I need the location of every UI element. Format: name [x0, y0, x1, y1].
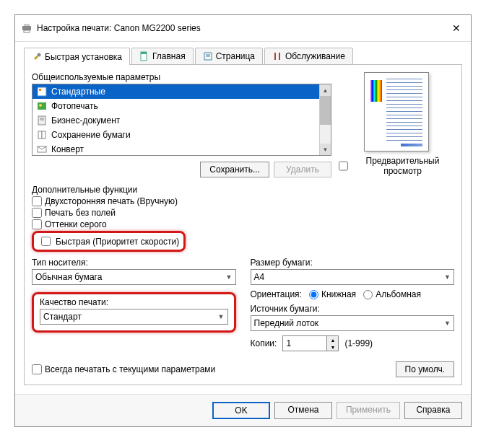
paper-size-label: Размер бумаги: [251, 258, 455, 268]
dialog-button-bar: OK Отмена Применить Справка [15, 394, 471, 426]
tab-quick-setup[interactable]: Быстрая установка [24, 48, 130, 65]
page-preview [364, 72, 429, 151]
ok-button[interactable]: OK [212, 402, 270, 419]
preview-rainbow [370, 80, 382, 102]
tab-maintenance[interactable]: Обслуживание [264, 48, 353, 65]
orientation-label: Ориентация: [251, 289, 302, 299]
fast-highlight: Быстрая (Приоритет скорости) [32, 231, 186, 252]
chevron-down-icon: ▼ [444, 273, 451, 281]
quality-highlight: Качество печати: Стандарт ▼ [32, 292, 236, 333]
wrench-icon [32, 52, 42, 62]
delete-preset-button: Удалить [274, 162, 331, 177]
duplex-label: Двухсторонняя печать (Вручную) [45, 196, 178, 206]
tab-label: Главная [152, 51, 186, 61]
copies-range: (1-999) [344, 338, 373, 348]
svg-rect-11 [38, 87, 46, 96]
tab-strip: Быстрая установка Главная Страница Обслу… [24, 48, 462, 65]
portrait-radio[interactable] [309, 290, 318, 299]
borderless-checkbox[interactable] [32, 208, 42, 218]
envelope-icon [37, 144, 47, 154]
save-paper-icon [37, 130, 47, 140]
scroll-down-button[interactable]: ▼ [320, 144, 331, 155]
always-label: Всегда печатать с текущими параметрами [45, 364, 215, 374]
page-icon [203, 51, 213, 61]
svg-rect-18 [38, 131, 42, 139]
window-title: Настройка печати: Canon MG2200 series [37, 23, 448, 33]
grayscale-row[interactable]: Оттенки серого [32, 219, 454, 229]
save-preset-button[interactable]: Сохранить... [200, 162, 269, 177]
defaults-button[interactable]: По умолч. [396, 361, 454, 377]
fast-checkbox[interactable] [41, 237, 51, 246]
printer-icon [21, 22, 32, 34]
svg-rect-15 [38, 116, 45, 125]
extras-label: Дополнительные функции [32, 185, 454, 195]
list-item[interactable]: Бизнес-документ [32, 113, 319, 128]
svg-rect-1 [24, 24, 30, 26]
tab-panel: Общеиспользуемые параметры Стандартные Ф… [24, 65, 462, 385]
svg-rect-0 [22, 26, 31, 30]
preview-bar [401, 144, 422, 146]
landscape-radio[interactable] [363, 290, 373, 299]
help-button[interactable]: Справка [404, 402, 462, 419]
preview-lines [386, 79, 422, 141]
source-select[interactable]: Передний лоток ▼ [251, 315, 455, 331]
quality-select[interactable]: Стандарт ▼ [40, 309, 228, 325]
scroll-up-button[interactable]: ▲ [320, 84, 331, 96]
tab-label: Быстрая установка [45, 52, 122, 62]
tab-page[interactable]: Страница [195, 48, 263, 65]
svg-point-3 [38, 53, 41, 56]
portrait-radio-row[interactable]: Книжная [309, 289, 356, 299]
paper-size-select[interactable]: A4 ▼ [251, 269, 455, 285]
preview-checkbox[interactable] [339, 161, 348, 171]
media-select[interactable]: Обычная бумага ▼ [32, 269, 236, 285]
borderless-label: Печать без полей [45, 208, 116, 218]
copies-input[interactable] [283, 336, 326, 351]
chevron-down-icon: ▼ [226, 273, 233, 281]
copies-spinner[interactable]: ▲ ▼ [282, 335, 339, 351]
chevron-down-icon: ▼ [218, 313, 225, 320]
chevron-down-icon: ▼ [444, 320, 451, 327]
close-button[interactable]: ✕ [448, 19, 465, 37]
scroll-thumb[interactable] [320, 96, 331, 125]
doc-icon [139, 51, 149, 61]
scrollbar[interactable]: ▲ ▼ [319, 84, 331, 155]
borderless-row[interactable]: Печать без полей [32, 208, 454, 218]
grayscale-label: Оттенки серого [45, 219, 107, 229]
standard-icon [37, 87, 47, 97]
grayscale-checkbox[interactable] [32, 219, 42, 229]
svg-rect-13 [38, 102, 46, 110]
svg-rect-2 [24, 30, 30, 32]
always-row[interactable]: Всегда печатать с текущими параметрами [32, 364, 215, 374]
fast-label: Быстрая (Приоритет скорости) [56, 237, 179, 247]
presets-listbox[interactable]: Стандартные Фотопечать Бизнес-документ [32, 84, 331, 156]
titlebar: Настройка печати: Canon MG2200 series ✕ [15, 15, 471, 42]
always-checkbox[interactable] [32, 364, 42, 374]
preview-checkbox-row[interactable]: Предварительный просмотр [339, 156, 454, 176]
duplex-checkbox[interactable] [32, 196, 42, 206]
svg-rect-5 [141, 52, 147, 54]
list-item[interactable]: Конверт [32, 142, 319, 155]
list-item[interactable]: Стандартные [32, 84, 319, 99]
preview-checkbox-label: Предварительный просмотр [351, 156, 454, 176]
list-item[interactable]: Сохранение бумаги [32, 128, 319, 142]
source-label: Источник бумаги: [251, 304, 455, 314]
tab-label: Страница [216, 51, 255, 61]
photo-icon [37, 101, 47, 111]
tab-main[interactable]: Главная [131, 48, 194, 65]
cancel-button[interactable]: Отмена [274, 402, 332, 419]
svg-rect-10 [279, 53, 280, 60]
presets-label: Общеиспользуемые параметры [32, 72, 331, 82]
tab-label: Обслуживание [285, 51, 345, 61]
copies-label: Копии: [251, 338, 277, 348]
content-area: Быстрая установка Главная Страница Обслу… [15, 42, 471, 394]
spin-up-button[interactable]: ▲ [327, 336, 338, 343]
apply-button: Применить [337, 402, 400, 419]
svg-rect-19 [42, 131, 45, 139]
duplex-row[interactable]: Двухсторонняя печать (Вручную) [32, 196, 454, 206]
spin-down-button[interactable]: ▼ [327, 343, 338, 351]
landscape-radio-row[interactable]: Альбомная [363, 289, 421, 299]
tools-icon [272, 51, 282, 61]
list-item[interactable]: Фотопечать [32, 99, 319, 113]
business-icon [37, 115, 47, 126]
media-label: Тип носителя: [32, 258, 236, 268]
